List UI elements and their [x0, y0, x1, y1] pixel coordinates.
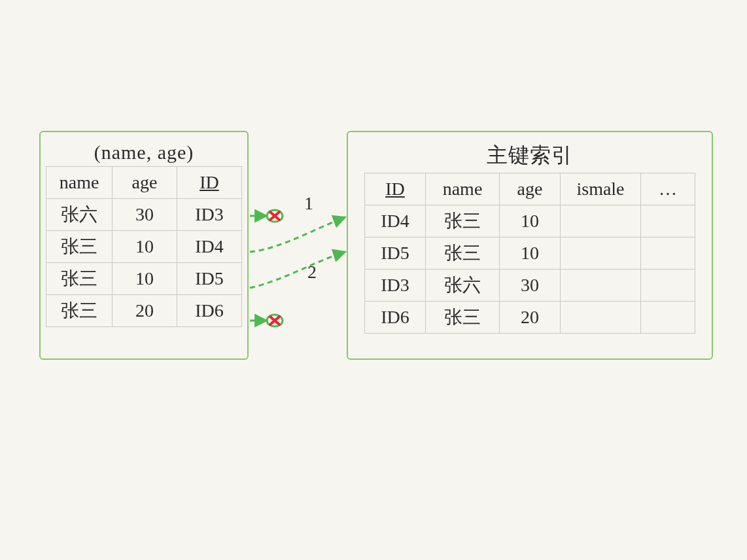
- col-extra: …: [641, 173, 695, 205]
- primary-key-index-table: ID name age ismale … ID4 张三 10 ID5 张三 10: [364, 173, 695, 334]
- table-header-row: name age ID: [46, 167, 242, 199]
- table-row: ID3 张六 30: [365, 270, 695, 302]
- col-age: age: [113, 167, 177, 199]
- table-row: 张三 20 ID6: [46, 295, 242, 327]
- col-age: age: [500, 173, 561, 205]
- col-id: ID: [365, 173, 426, 205]
- lookup-arrow-1: [250, 217, 345, 252]
- arrow-label-1: 1: [304, 193, 313, 213]
- reject-icon: [267, 315, 283, 326]
- reject-icon: [267, 210, 283, 222]
- col-name: name: [46, 167, 113, 199]
- table-row: 张六 30 ID3: [46, 199, 242, 231]
- diagram-stage: (name, age) name age ID 张六 30 ID3 张三 10 …: [0, 0, 747, 560]
- arrow-label-2: 2: [307, 262, 317, 282]
- secondary-index-table: name age ID 张六 30 ID3 张三 10 ID4 张三 10 ID…: [46, 166, 242, 327]
- col-ismale: ismale: [561, 173, 641, 205]
- primary-key-index-box: 主键索引 ID name age ismale … ID4 张三 10 ID5 …: [347, 131, 713, 360]
- table-row: ID4 张三 10: [365, 205, 695, 237]
- secondary-index-box: (name, age) name age ID 张六 30 ID3 张三 10 …: [39, 131, 249, 360]
- primary-key-index-title: 主键索引: [353, 137, 706, 173]
- col-name: name: [426, 173, 500, 205]
- table-header-row: ID name age ismale …: [365, 173, 695, 205]
- lookup-arrow-2: [250, 252, 345, 288]
- svg-point-0: [267, 210, 283, 222]
- svg-point-1: [267, 315, 283, 326]
- table-row: 张三 10 ID5: [46, 263, 242, 295]
- table-row: ID6 张三 20: [365, 302, 695, 334]
- secondary-index-title: (name, age): [46, 137, 242, 166]
- table-row: 张三 10 ID4: [46, 231, 242, 263]
- col-id: ID: [177, 167, 241, 199]
- table-row: ID5 张三 10: [365, 237, 695, 270]
